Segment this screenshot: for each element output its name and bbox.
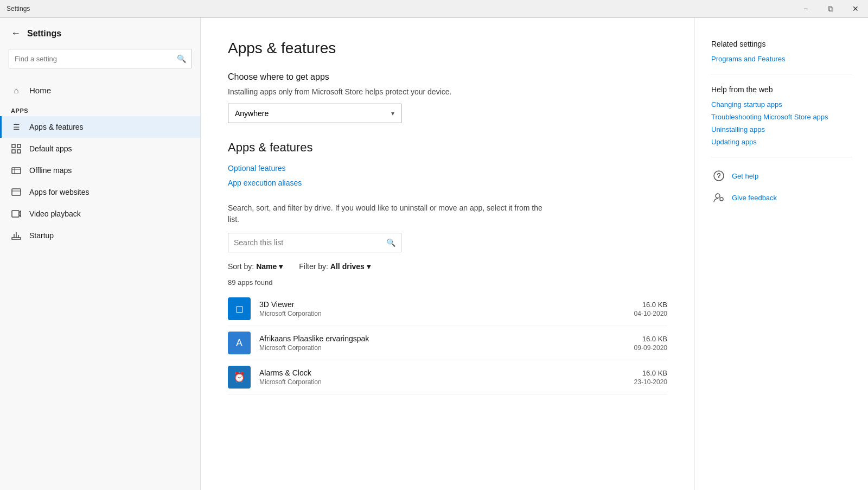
sidebar-item-label: Default apps [29, 144, 72, 153]
get-help-item: Get help [711, 168, 852, 183]
sidebar-header: ← Settings [0, 18, 200, 49]
choose-where-heading: Choose where to get apps [228, 72, 667, 82]
svg-rect-5 [12, 189, 21, 195]
updating-apps-link[interactable]: Updating apps [711, 138, 852, 146]
help-from-web-heading: Help from the web [711, 85, 852, 94]
sidebar-item-label: Video playback [29, 209, 81, 218]
troubleshooting-ms-store-link[interactable]: Troubleshooting Microsoft Store apps [711, 113, 852, 121]
sidebar-item-home[interactable]: ⌂ Home [0, 77, 200, 103]
offline-maps-icon [11, 165, 22, 176]
uninstalling-apps-link[interactable]: Uninstalling apps [711, 125, 852, 133]
app-name: 3D Viewer [259, 300, 626, 309]
chevron-down-icon: ▾ [391, 110, 394, 117]
sidebar-item-startup[interactable]: Startup [0, 225, 200, 246]
app-list: ◻ 3D Viewer Microsoft Corporation 16.0 K… [228, 292, 667, 394]
app-list-item[interactable]: A Afrikaans Plaaslike ervaringspak Micro… [228, 326, 667, 360]
app-meta: 16.0 KB 23-10-2020 [634, 369, 667, 386]
app-date: 04-10-2020 [634, 310, 667, 317]
video-playback-icon [11, 208, 22, 219]
sidebar-item-offline-maps[interactable]: Offline maps [0, 160, 200, 181]
sidebar-home-label: Home [29, 86, 51, 95]
give-feedback-item: Give feedback [711, 190, 852, 205]
startup-icon [11, 230, 22, 241]
page-title: Apps & features [228, 40, 667, 57]
app-date: 23-10-2020 [634, 378, 667, 386]
apps-features-icon: ☰ [11, 122, 22, 132]
sidebar-item-default-apps[interactable]: Default apps [0, 138, 200, 160]
search-box: 🔍 [9, 49, 192, 68]
optional-features-link[interactable]: Optional features [228, 164, 286, 173]
app-list-item[interactable]: ⏰ Alarms & Clock Microsoft Corporation 1… [228, 360, 667, 394]
minimize-button[interactable]: − [793, 0, 818, 17]
get-help-link[interactable]: Get help [732, 172, 758, 180]
sort-chevron-icon: ▾ [279, 262, 283, 271]
give-feedback-icon [711, 190, 726, 205]
sidebar-item-apps-features[interactable]: ☰ Apps & features [0, 116, 200, 138]
dropdown-value: Anywhere [235, 109, 269, 118]
app-icon: A [228, 332, 251, 354]
get-help-icon [711, 168, 726, 183]
search-list-input[interactable] [234, 238, 386, 247]
sidebar-item-label: Offline maps [29, 166, 72, 175]
sidebar-item-label: Apps & features [29, 123, 84, 131]
sort-select[interactable]: Name ▾ [256, 262, 283, 271]
svg-rect-3 [17, 150, 21, 153]
apps-count: 89 apps found [228, 278, 667, 287]
app-size: 16.0 KB [634, 335, 667, 343]
sort-filter-row: Sort by: Name ▾ Filter by: All drives ▾ [228, 262, 667, 271]
filter-select[interactable]: All drives ▾ [330, 262, 371, 271]
app-publisher: Microsoft Corporation [259, 344, 626, 352]
sidebar-item-apps-websites[interactable]: Apps for websites [0, 181, 200, 203]
divider [711, 74, 852, 74]
app-icon: ◻ [228, 297, 251, 320]
app-publisher: Microsoft Corporation [259, 378, 626, 386]
maximize-button[interactable]: ⧉ [818, 0, 843, 17]
app-size: 16.0 KB [634, 301, 667, 309]
app-info: Alarms & Clock Microsoft Corporation [259, 368, 626, 386]
app-source-dropdown[interactable]: Anywhere ▾ [228, 104, 401, 123]
app-execution-aliases-link[interactable]: App execution aliases [228, 179, 302, 187]
search-list-box: 🔍 [228, 233, 401, 252]
app-meta: 16.0 KB 04-10-2020 [634, 301, 667, 317]
give-feedback-link[interactable]: Give feedback [732, 194, 777, 202]
svg-rect-4 [12, 168, 21, 174]
app-name: Afrikaans Plaaslike ervaringspak [259, 334, 626, 343]
programs-features-link[interactable]: Programs and Features [711, 55, 852, 63]
close-button[interactable]: ✕ [843, 0, 868, 17]
app-info: 3D Viewer Microsoft Corporation [259, 300, 626, 317]
apps-features-section-title: Apps & features [228, 141, 667, 155]
find-setting-input[interactable] [9, 49, 192, 68]
app-size: 16.0 KB [634, 369, 667, 377]
window: ← Settings 🔍 ⌂ Home Apps ☰ Apps & featur… [0, 17, 868, 490]
apps-websites-icon [11, 187, 22, 198]
svg-rect-2 [12, 150, 15, 153]
related-settings-heading: Related settings [711, 40, 852, 48]
svg-rect-6 [12, 211, 19, 217]
svg-point-9 [716, 194, 720, 198]
apps-section-label: Apps [0, 103, 200, 116]
titlebar-title: Settings [7, 5, 30, 12]
sidebar-item-label: Startup [29, 231, 54, 240]
app-icon: ⏰ [228, 366, 251, 389]
sidebar-item-video-playback[interactable]: Video playback [0, 203, 200, 225]
choose-description: Installing apps only from Microsoft Stor… [228, 87, 667, 96]
svg-rect-0 [12, 144, 15, 148]
apps-description: Search, sort, and filter by drive. If yo… [228, 202, 553, 225]
titlebar-controls: − ⧉ ✕ [793, 0, 868, 17]
filter-label: Filter by: All drives ▾ [299, 262, 371, 271]
app-date: 09-09-2020 [634, 344, 667, 352]
search-icon: 🔍 [386, 238, 395, 247]
app-list-item[interactable]: ◻ 3D Viewer Microsoft Corporation 16.0 K… [228, 292, 667, 326]
default-apps-icon [11, 143, 22, 154]
sort-label: Sort by: Name ▾ [228, 262, 283, 271]
back-button[interactable]: ← [11, 28, 21, 39]
search-icon: 🔍 [177, 54, 186, 63]
right-panel: Related settings Programs and Features H… [694, 18, 868, 490]
sidebar: ← Settings 🔍 ⌂ Home Apps ☰ Apps & featur… [0, 18, 201, 490]
divider2 [711, 157, 852, 157]
changing-startup-apps-link[interactable]: Changing startup apps [711, 100, 852, 109]
sidebar-title: Settings [27, 29, 61, 39]
main-content: Apps & features Choose where to get apps… [201, 18, 694, 490]
svg-rect-7 [12, 238, 21, 239]
app-publisher: Microsoft Corporation [259, 310, 626, 317]
